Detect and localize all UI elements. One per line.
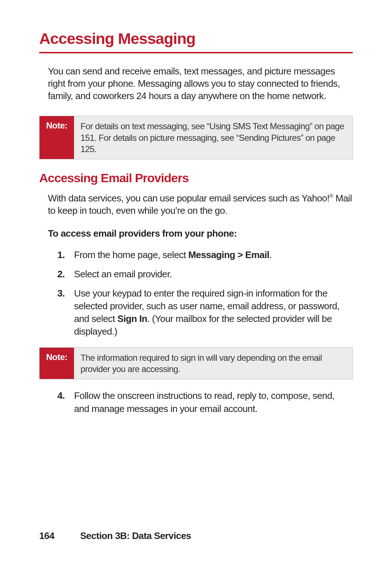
title-divider	[39, 52, 353, 53]
step-text: Use your keypad to enter the required si…	[74, 287, 351, 338]
procedure-list-continued: 4. Follow the onscreen instructions to r…	[57, 389, 351, 415]
registered-symbol: ®	[330, 193, 333, 199]
step-number: 2.	[57, 268, 74, 281]
step-number: 3.	[57, 287, 74, 338]
step-2: 2. Select an email provider.	[57, 268, 351, 281]
note-content: For details on text messaging, see “Usin…	[74, 116, 352, 159]
note-label: Note:	[40, 116, 74, 159]
page-number: 164	[39, 530, 78, 542]
procedure-list: 1. From the home page, select Messaging …	[57, 249, 351, 338]
note-box-2: Note: The information required to sign i…	[39, 347, 353, 379]
step-number: 4.	[57, 389, 74, 415]
desc-pre: With data services, you can use popular …	[48, 193, 330, 204]
page-footer: 164 Section 3B: Data Services	[39, 530, 191, 542]
step-1: 1. From the home page, select Messaging …	[57, 249, 351, 261]
step-text: Select an email provider.	[74, 268, 351, 281]
step-text: Follow the onscreen instructions to read…	[74, 389, 351, 415]
intro-paragraph: You can send and receive emails, text me…	[48, 65, 351, 102]
step-number: 1.	[57, 249, 74, 261]
step-4: 4. Follow the onscreen instructions to r…	[57, 389, 351, 415]
step-3: 3. Use your keypad to enter the required…	[57, 287, 351, 338]
section-heading: Accessing Email Providers	[39, 171, 353, 185]
section-description: With data services, you can use popular …	[48, 192, 353, 217]
section-label: Section 3B: Data Services	[80, 530, 191, 541]
procedure-subhead: To access email providers from your phon…	[48, 228, 353, 239]
step-text: From the home page, select Messaging > E…	[74, 249, 351, 261]
note-box-1: Note: For details on text messaging, see…	[39, 116, 353, 159]
note-content: The information required to sign in will…	[74, 348, 352, 379]
note-label: Note:	[40, 348, 74, 379]
page-title: Accessing Messaging	[39, 30, 353, 48]
